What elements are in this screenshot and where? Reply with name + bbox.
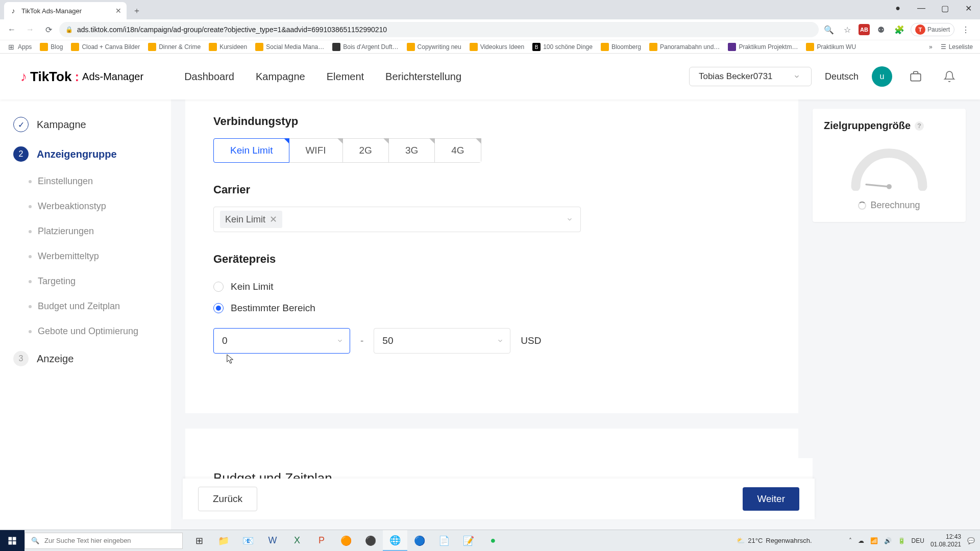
excel-icon[interactable]: X [285,530,309,551]
url-field[interactable]: 🔒 ads.tiktok.com/i18n/campaign/ad-group/… [59,22,819,37]
powerpoint-icon[interactable]: P [309,530,334,551]
forward-button[interactable]: → [22,22,38,37]
substep-budget-zeitplan[interactable]: Budget und Zeitplan [23,294,171,319]
start-button[interactable] [0,530,24,551]
network-icon[interactable]: 📶 [870,537,878,544]
volume-icon[interactable]: 🔊 [884,537,892,544]
bookmark-item[interactable]: Praktikum WU [803,41,859,53]
step-number: 2 [13,146,29,162]
date: 01.08.2021 [930,541,961,548]
notifications-icon[interactable]: 💬 [967,537,975,544]
chrome-icon[interactable]: 🌐 [383,530,407,551]
word-icon[interactable]: W [260,530,285,551]
extension-adblock-icon[interactable]: AB [859,24,870,35]
browser-tab[interactable]: ♪ TikTok Ads-Manager ✕ [4,2,127,19]
profile-paused-pill[interactable]: T Pausiert [911,23,954,36]
reading-list-button[interactable]: ☰Leseliste [938,42,976,52]
price-range-row: 0 - 50 USD [213,328,770,354]
close-window-button[interactable]: ✕ [957,0,980,16]
bookmark-item[interactable]: Cload + Canva Bilder [68,41,143,53]
user-avatar[interactable]: u [872,66,892,87]
edge-icon[interactable]: 🔵 [407,530,432,551]
bookmark-item[interactable]: Bloomberg [598,41,644,53]
step-anzeigengruppe[interactable]: 2 Anzeigengruppe [0,139,171,169]
radio-kein-limit[interactable]: Kein Limit [213,276,770,297]
seg-2g[interactable]: 2G [343,139,389,162]
account-dropdown[interactable]: Tobias Becker0731 [689,67,812,86]
extensions-puzzle-icon[interactable]: 🧩 [892,22,906,37]
reload-button[interactable]: ⟳ [41,22,56,37]
menu-dots-icon[interactable]: ⋮ [959,22,973,37]
bookmark-item[interactable]: Kursideen [206,41,250,53]
close-tab-icon[interactable]: ✕ [115,7,121,15]
bookmark-item[interactable]: Social Media Mana… [252,41,327,53]
task-view-icon[interactable]: ⊞ [187,530,211,551]
bell-icon[interactable] [939,66,960,87]
bookmark-item[interactable]: Videokurs Ideen [467,41,528,53]
app-icon[interactable]: 📄 [432,530,456,551]
back-button[interactable]: ← [4,22,19,37]
nav-berichterstellung[interactable]: Berichterstellung [385,71,461,83]
obs-icon[interactable]: ⚫ [358,530,383,551]
seg-3g[interactable]: 3G [389,139,435,162]
back-button[interactable]: Zurück [198,487,257,511]
battery-icon[interactable]: 🔋 [898,537,905,544]
carrier-select[interactable]: Kein Limit ✕ [213,207,581,232]
help-icon[interactable]: ? [915,121,924,131]
logo-sub: Ads-Manager [82,71,143,83]
nav-dashboard[interactable]: Dashboard [184,71,234,83]
bookmark-item[interactable]: Dinner & Crime [145,41,204,53]
remove-chip-icon[interactable]: ✕ [270,214,277,225]
carrier-chip: Kein Limit ✕ [220,211,282,228]
seg-4g[interactable]: 4G [435,139,480,162]
apps-bookmark[interactable]: ⊞Apps [4,41,35,53]
substep-werbemitteltyp[interactable]: Werbemitteltyp [23,244,171,269]
extension-generic-icon[interactable]: ⚉ [874,22,888,37]
page-icon: B [532,43,541,51]
clock[interactable]: 12:43 01.08.2021 [930,533,961,548]
step-kampagne[interactable]: ✓ Kampagne [0,110,171,139]
taskbar-search[interactable]: 🔍 Zur Suche Text hier eingeben [24,533,183,549]
minimize-button[interactable]: — [910,0,933,16]
input-lang[interactable]: DEU [912,537,924,544]
bookmark-item[interactable]: B100 schöne Dinge [529,41,596,53]
account-chrome-icon[interactable]: ● [886,0,910,16]
app-icon[interactable]: 🟠 [334,530,358,551]
bookmark-item[interactable]: Bois d'Argent Duft… [329,41,401,53]
star-icon[interactable]: ☆ [840,22,854,37]
explorer-icon[interactable]: 📁 [211,530,236,551]
bookmark-item[interactable]: Copywriting neu [404,41,464,53]
bookmark-item[interactable]: Praktikum Projektm… [725,41,801,53]
substep-werbeaktionstyp[interactable]: Werbeaktionstyp [23,194,171,219]
weather-widget[interactable]: ⛅ 21°C Regenwahrsch. [737,537,812,544]
nav-kampagne[interactable]: Kampagne [256,71,305,83]
tab-bar: ♪ TikTok Ads-Manager ✕ ＋ ● — ▢ ✕ [0,0,980,19]
zoom-icon[interactable]: 🔍 [822,22,836,37]
seg-kein-limit[interactable]: Kein Limit [213,138,289,163]
onedrive-icon[interactable]: ☁ [858,537,864,544]
radio-bestimmter-bereich[interactable]: Bestimmter Bereich [213,297,770,319]
app-icon[interactable]: 📝 [456,530,481,551]
substep-platzierungen[interactable]: Platzierungen [23,219,171,244]
substep-einstellungen[interactable]: Einstellungen [23,169,171,194]
logo[interactable]: ♪ TikTok : Ads-Manager [20,69,143,85]
briefcase-icon[interactable] [905,66,926,87]
language-selector[interactable]: Deutsch [825,71,859,82]
next-button[interactable]: Weiter [743,487,799,511]
price-from-dropdown[interactable]: 0 [213,328,350,354]
seg-wifi[interactable]: WIFI [289,139,342,162]
step-number: 3 [13,351,29,366]
maximize-button[interactable]: ▢ [933,0,957,16]
mail-icon[interactable]: 📧 [236,530,260,551]
substep-targeting[interactable]: Targeting [23,269,171,294]
bookmark-item[interactable]: Panoramabahn und… [646,41,723,53]
bookmark-overflow[interactable]: » [926,42,936,52]
nav-element[interactable]: Element [327,71,364,83]
bookmark-item[interactable]: Blog [37,41,66,53]
tray-chevron-icon[interactable]: ˄ [849,537,852,544]
substep-gebote-optimierung[interactable]: Gebote und Optimierung [23,319,171,344]
new-tab-button[interactable]: ＋ [130,4,144,18]
spotify-icon[interactable]: ● [481,530,505,551]
price-to-dropdown[interactable]: 50 [374,328,510,354]
step-anzeige[interactable]: 3 Anzeige [0,344,171,373]
